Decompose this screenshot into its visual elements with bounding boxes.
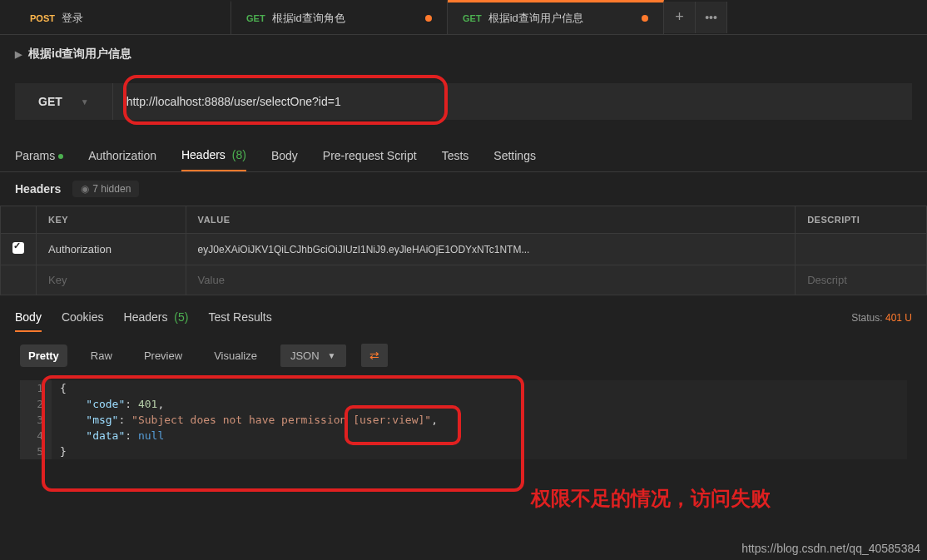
resp-tab-tests[interactable]: Test Results [208, 304, 271, 332]
request-tabs: Params Authorization Headers (8) Body Pr… [0, 140, 927, 172]
method-badge: GET [246, 13, 265, 23]
headers-sub-bar: Headers ◉7 hidden [0, 172, 927, 206]
line-number: 4 [20, 428, 52, 444]
table-row[interactable]: Authorization eyJ0eXAiOiJKV1QiLCJhbGciOi… [1, 234, 927, 265]
method-badge: POST [30, 13, 55, 23]
resp-tab-body[interactable]: Body [15, 304, 42, 332]
method-dropdown[interactable]: GET ▼ [15, 83, 113, 120]
code-content[interactable]: "data": null [52, 428, 172, 444]
json-line: 5} [20, 444, 907, 459]
tab-request[interactable]: GET根据id查询用户信息 [448, 0, 664, 34]
headers-table: KEY VALUE DESCRIPTI Authorization eyJ0eX… [0, 206, 927, 295]
cell-value[interactable]: eyJ0eXAiOiJKV1QiLCJhbGciOiJIUzI1NiJ9.eyJ… [186, 234, 796, 265]
tabs-bar: POST登录GET根据id查询角色GET根据id查询用户信息+••• [0, 0, 927, 35]
tab-prerequest[interactable]: Pre-request Script [323, 141, 417, 171]
add-tab-button[interactable]: + [664, 2, 696, 33]
view-preview[interactable]: Preview [136, 344, 191, 367]
tab-label: 登录 [62, 11, 83, 26]
breadcrumb: ▶ 根据id查询用户信息 [0, 35, 927, 73]
col-desc: DESCRIPTI [796, 206, 927, 234]
response-toolbar: Pretty Raw Preview Visualize JSON▼ ⇄ [0, 332, 927, 374]
code-content[interactable]: { [52, 380, 75, 396]
chevron-down-icon: ▼ [81, 97, 89, 107]
tab-params[interactable]: Params [15, 141, 63, 171]
code-content[interactable]: "code": 401, [52, 396, 172, 412]
json-line: 1{ [20, 380, 907, 396]
ph-desc[interactable]: Descript [796, 265, 927, 295]
tab-label: 根据id查询用户信息 [488, 11, 583, 26]
ph-value[interactable]: Value [186, 265, 796, 295]
tab-label: 根据id查询角色 [272, 11, 345, 26]
tab-headers[interactable]: Headers (8) [181, 140, 246, 171]
tab-request[interactable]: POST登录 [15, 0, 231, 34]
wrap-icon[interactable]: ⇄ [361, 344, 388, 367]
breadcrumb-title: 根据id查询用户信息 [28, 47, 131, 62]
col-key: KEY [37, 206, 186, 234]
method-badge: GET [463, 13, 482, 23]
response-tabs: Body Cookies Headers (5) Test Results [15, 304, 272, 332]
tab-authorization[interactable]: Authorization [88, 141, 156, 171]
modified-dot-icon [642, 15, 648, 22]
checkbox-icon[interactable] [12, 242, 24, 254]
watermark: https://blog.csdn.net/qq_40585384 [741, 542, 920, 555]
chevron-down-icon: ▼ [328, 351, 336, 360]
tab-tests[interactable]: Tests [442, 141, 469, 171]
resp-tab-cookies[interactable]: Cookies [62, 304, 104, 332]
line-number: 2 [20, 396, 52, 412]
table-header-row: KEY VALUE DESCRIPTI [1, 206, 927, 234]
url-input[interactable] [113, 83, 912, 120]
annotation-text: 权限不足的情况，访问失败 [531, 485, 771, 512]
modified-dot-icon [425, 15, 432, 22]
line-number: 5 [20, 444, 52, 459]
code-content[interactable]: "msg": "Subject does not have permission… [52, 412, 446, 428]
dot-icon [58, 154, 63, 159]
json-viewer: 1{2 "code": 401,3 "msg": "Subject does n… [20, 380, 907, 459]
cell-key[interactable]: Authorization [37, 234, 186, 265]
tab-settings[interactable]: Settings [493, 141, 536, 171]
cell-desc[interactable] [796, 234, 927, 265]
chevron-right-icon: ▶ [15, 49, 22, 60]
table-row-empty[interactable]: Key Value Descript [1, 265, 927, 295]
status-badge: Status: 401 U [851, 312, 912, 324]
tab-body[interactable]: Body [271, 141, 298, 171]
tab-request[interactable]: GET根据id查询角色 [231, 0, 448, 34]
json-line: 2 "code": 401, [20, 396, 907, 412]
ph-key[interactable]: Key [37, 265, 186, 295]
request-bar: GET ▼ [15, 83, 912, 120]
hidden-toggle[interactable]: ◉7 hidden [72, 181, 139, 197]
line-number: 3 [20, 412, 52, 428]
view-pretty[interactable]: Pretty [20, 344, 67, 367]
response-bar: Body Cookies Headers (5) Test Results St… [0, 295, 927, 332]
code-content[interactable]: } [52, 444, 75, 459]
line-number: 1 [20, 380, 52, 396]
headers-label: Headers [15, 182, 61, 196]
col-value: VALUE [186, 206, 796, 234]
view-visualize[interactable]: Visualize [206, 344, 265, 367]
eye-icon: ◉ [81, 183, 89, 195]
json-line: 3 "msg": "Subject does not have permissi… [20, 412, 907, 428]
method-label: GET [38, 95, 62, 108]
resp-tab-headers[interactable]: Headers (5) [124, 304, 189, 332]
more-tabs-button[interactable]: ••• [696, 2, 727, 33]
json-line: 4 "data": null [20, 428, 907, 444]
format-dropdown[interactable]: JSON▼ [280, 344, 346, 367]
view-raw[interactable]: Raw [82, 344, 121, 367]
